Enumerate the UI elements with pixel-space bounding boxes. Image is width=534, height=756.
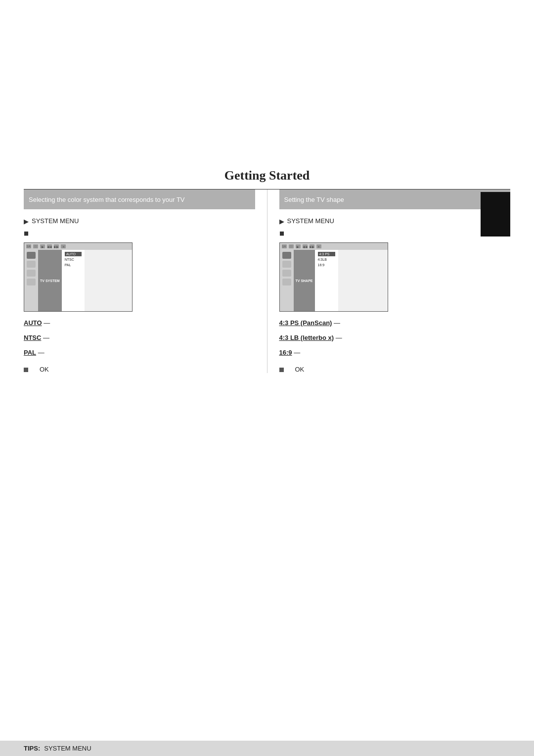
left-topbar-icon6: ✕ (61, 244, 66, 248)
left-topbar-icon3: ▶ (40, 244, 45, 248)
right-dash-169: — (292, 349, 301, 356)
right-screen-sidebar (280, 250, 294, 311)
left-term-auto: AUTO (24, 319, 42, 327)
right-def-43ps: 4:3 PS (PanScan) — (279, 319, 511, 327)
right-topbar-icon1: 1A (282, 244, 287, 248)
left-step1-text: SYSTEM MENU (32, 217, 79, 225)
right-header-text: Setting the TV shape (284, 196, 344, 203)
right-term-43lb: 4:3 LB (letterbo x) (279, 334, 334, 341)
right-ok-label: OK (295, 366, 304, 373)
left-screen-mockup: 1A □ ▶ ◀◀ ▶▶ ✕ TV SYSTEM (24, 242, 133, 312)
tips-bar: TIPS: SYSTEM MENU (0, 741, 534, 756)
right-sidebar-item3 (282, 270, 291, 277)
left-sidebar-item3 (27, 270, 36, 277)
left-sidebar-item2 (27, 261, 36, 268)
right-option-169: 16:9 (318, 263, 336, 267)
tips-text: SYSTEM MENU (44, 745, 91, 752)
left-option-auto: AUTO ▽ (65, 252, 82, 256)
left-square-bullet (24, 368, 28, 372)
right-term-169: 16:9 (279, 349, 292, 356)
left-dash-pal: — (36, 349, 44, 356)
left-sidebar-item1 (27, 252, 36, 259)
right-option-43lb: 4:3LB (318, 257, 336, 262)
left-dash-auto: — (42, 319, 50, 327)
right-topbar-icon4: ◀◀ (303, 244, 308, 248)
right-option-43ps: 4:3 PS ▽ (318, 252, 336, 256)
right-screen-content: TV SHAPE 4:3 PS ▽ 4:3LB 16:9 (294, 250, 388, 311)
left-term-ntsc: NTSC (24, 334, 41, 341)
right-topbar-icon6: ✕ (316, 244, 321, 248)
right-step1-text: SYSTEM MENU (287, 217, 334, 225)
right-column: Setting the TV shape ▶ SYSTEM MENU ▮▮ 1A… (267, 189, 511, 373)
right-sidebar-item2 (282, 261, 291, 268)
right-screen-body: TV SHAPE 4:3 PS ▽ 4:3LB 16:9 (280, 250, 388, 311)
right-sidebar-item1 (282, 252, 291, 259)
left-topbar-icon4: ◀◀ (47, 244, 52, 248)
left-screen-body: TV SYSTEM AUTO ▽ NTSC PAL (24, 250, 132, 311)
left-header-text: Selecting the color system that correspo… (29, 196, 185, 203)
left-section-header: Selecting the color system that correspo… (24, 189, 255, 209)
right-screen-mockup: 1A □ ▶ ◀◀ ▶▶ ✕ TV SHAPE (279, 242, 388, 312)
right-screen-label: TV SHAPE (294, 250, 315, 311)
tips-label: TIPS: (24, 745, 40, 752)
right-bullet-section: OK (279, 365, 511, 373)
page-title: Getting Started (0, 168, 534, 183)
black-rect-decoration (481, 192, 510, 236)
left-screen-topbar: 1A □ ▶ ◀◀ ▶▶ ✕ (24, 243, 132, 250)
left-def-auto: AUTO — (24, 319, 255, 327)
left-def-ntsc: NTSC — (24, 333, 255, 341)
right-topbar-icon2: □ (289, 244, 294, 248)
title-section: Getting Started (0, 0, 534, 187)
right-play-icon: ▶ (279, 218, 284, 225)
right-screen-topbar: 1A □ ▶ ◀◀ ▶▶ ✕ (280, 243, 388, 250)
left-step2: ▮▮ (24, 229, 255, 236)
left-screen-content: TV SYSTEM AUTO ▽ NTSC PAL (38, 250, 132, 311)
left-option-pal: PAL (65, 263, 82, 267)
left-bullet-section: OK (24, 365, 255, 373)
right-def-169: 16:9 — (279, 348, 511, 356)
left-sidebar-item4 (27, 279, 36, 285)
left-def-pal: PAL — (24, 348, 255, 356)
left-term-pal: PAL (24, 349, 36, 356)
left-topbar-icon1: 1A (26, 244, 31, 248)
page-container: Getting Started Selecting the color syst… (0, 0, 534, 756)
left-topbar-icon5: ▶▶ (54, 244, 59, 248)
right-topbar-icon5: ▶▶ (310, 244, 314, 248)
right-dash-43ps: — (332, 319, 340, 327)
right-square-bullet (279, 368, 284, 372)
left-topbar-icon2: □ (33, 244, 38, 248)
left-pause-icon: ▮▮ (24, 230, 28, 236)
right-section-header: Setting the TV shape (279, 189, 511, 209)
right-step2: ▮▮ (279, 229, 511, 236)
left-play-icon: ▶ (24, 218, 29, 225)
left-ok-label: OK (40, 366, 49, 373)
right-def-43lb: 4:3 LB (letterbo x) — (279, 333, 511, 341)
left-column: Selecting the color system that correspo… (24, 189, 267, 373)
right-screen-options: 4:3 PS ▽ 4:3LB 16:9 (315, 250, 339, 311)
left-option-ntsc: NTSC (65, 257, 82, 262)
left-dash-ntsc: — (41, 334, 49, 341)
right-pause-icon: ▮▮ (279, 230, 283, 236)
right-step1: ▶ SYSTEM MENU (279, 217, 511, 225)
left-screen-label: TV SYSTEM (38, 250, 62, 311)
right-term-43ps: 4:3 PS (PanScan) (279, 319, 332, 327)
right-topbar-icon3: ▶ (296, 244, 301, 248)
right-sidebar-item4 (282, 279, 291, 285)
left-step1: ▶ SYSTEM MENU (24, 217, 255, 225)
left-screen-sidebar (24, 250, 38, 311)
two-column-layout: Selecting the color system that correspo… (24, 189, 510, 373)
right-dash-43lb: — (334, 334, 342, 341)
left-screen-options: AUTO ▽ NTSC PAL (62, 250, 85, 311)
